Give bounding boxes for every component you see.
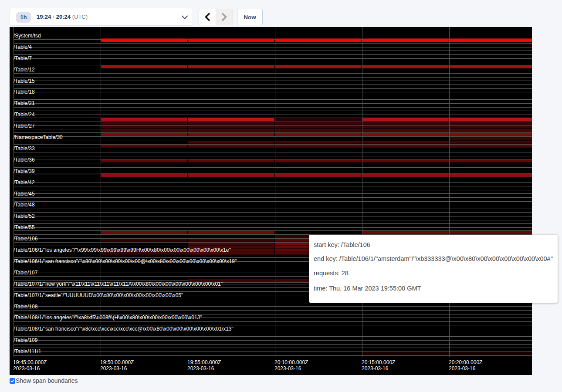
svg-text:20:15:00.000Z: 20:15:00.000Z xyxy=(362,359,395,365)
svg-text:/Table/27: /Table/27 xyxy=(14,123,35,129)
svg-text:/Table/18: /Table/18 xyxy=(14,89,35,95)
svg-text:19:45:00.000Z: 19:45:00.000Z xyxy=(13,359,47,365)
svg-text:2023-03-16: 2023-03-16 xyxy=(13,365,40,372)
svg-text:/Table/45: /Table/45 xyxy=(14,191,35,197)
svg-text:20:10:00.000Z: 20:10:00.000Z xyxy=(274,359,308,365)
svg-text:/Table/48: /Table/48 xyxy=(14,202,35,208)
svg-text:/Table/36: /Table/36 xyxy=(14,157,35,163)
svg-text:/Table/108/1/"san francisco"/": /Table/108/1/"san francisco"/"\x8c\xcc\x… xyxy=(14,326,234,332)
svg-text:/Table/106/1/"los angeles"/"\x: /Table/106/1/"los angeles"/"\x99\x99\x99… xyxy=(14,247,231,253)
svg-text:/Table/108: /Table/108 xyxy=(14,304,38,310)
svg-text:/Table/52: /Table/52 xyxy=(14,213,35,219)
svg-text:/Table/39: /Table/39 xyxy=(14,168,35,174)
svg-text:/Table/55: /Table/55 xyxy=(14,224,35,230)
svg-text:2023-03-16: 2023-03-16 xyxy=(362,365,389,372)
svg-text:/Table/109: /Table/109 xyxy=(14,337,38,343)
svg-text:/Table/7: /Table/7 xyxy=(14,55,32,61)
svg-text:/Table/21: /Table/21 xyxy=(14,100,35,106)
svg-text:/Table/24: /Table/24 xyxy=(14,112,35,118)
svg-text:2023-03-16: 2023-03-16 xyxy=(100,365,127,372)
svg-text:/NamespaceTable/30: /NamespaceTable/30 xyxy=(14,134,63,140)
svg-text:/Table/12: /Table/12 xyxy=(14,67,35,73)
svg-text:/Table/107/1/"new york"/"\x11\: /Table/107/1/"new york"/"\x11\x11\x11\x1… xyxy=(14,281,223,287)
svg-text:/Table/108/1/"los angeles"/"\x: /Table/108/1/"los angeles"/"\xa8\xf5\u00… xyxy=(14,314,202,321)
svg-text:/Table/111/1: /Table/111/1 xyxy=(14,348,41,355)
svg-text:/Table/107/1/"seattle"/"UUUUUU: /Table/107/1/"seattle"/"UUUUUUD\x00\x80\… xyxy=(14,292,183,298)
svg-text:/Table/106: /Table/106 xyxy=(14,236,38,242)
svg-text:/Table/107: /Table/107 xyxy=(14,270,38,276)
svg-text:19:55:00.000Z: 19:55:00.000Z xyxy=(187,359,221,365)
svg-text:2023-03-16: 2023-03-16 xyxy=(274,365,301,372)
svg-text:/Table/106/1/"san francisco"/": /Table/106/1/"san francisco"/"\x80\x00\x… xyxy=(14,258,237,264)
svg-text:2023-03-16: 2023-03-16 xyxy=(187,365,214,372)
svg-text:/System/tsd: /System/tsd xyxy=(14,33,41,39)
svg-text:2023-03-16: 2023-03-16 xyxy=(449,365,476,372)
svg-text:/Table/4: /Table/4 xyxy=(14,44,32,50)
svg-text:/Table/33: /Table/33 xyxy=(14,145,35,152)
svg-text:/Table/15: /Table/15 xyxy=(14,78,35,84)
svg-text:19:50:00.000Z: 19:50:00.000Z xyxy=(100,359,134,365)
svg-text:/Table/42: /Table/42 xyxy=(14,179,35,186)
svg-text:20:20:00.000Z: 20:20:00.000Z xyxy=(449,359,482,365)
